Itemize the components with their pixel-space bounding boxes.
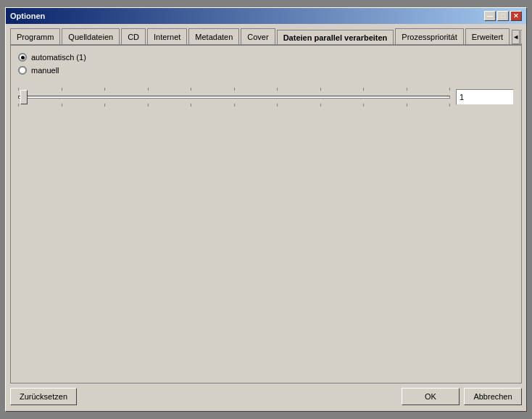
- tick-top-9: [407, 88, 407, 91]
- window-title: Optionen: [10, 12, 45, 20]
- tick-top-0: [18, 88, 19, 91]
- slider-track[interactable]: [18, 96, 450, 99]
- tick-bottom-8: [363, 104, 364, 107]
- radio-manual-button[interactable]: [18, 66, 27, 75]
- button-bar: Zurücksetzen OK Abbrechen: [10, 383, 522, 407]
- options-window: Optionen — □ ✕ Programm Quelldateien CD …: [5, 7, 527, 412]
- slider-container: [18, 86, 450, 108]
- tick-bottom-4: [191, 104, 191, 107]
- tick-bottom-10: [449, 104, 450, 107]
- radio-manual-label: manuell: [31, 66, 59, 75]
- minimize-button[interactable]: —: [484, 11, 496, 21]
- slider-thumb[interactable]: [20, 90, 28, 104]
- window-body: Programm Quelldateien CD Internet Metada…: [6, 24, 526, 411]
- tick-top-1: [62, 88, 62, 91]
- tick-bottom-6: [277, 104, 278, 107]
- maximize-button[interactable]: □: [497, 11, 509, 21]
- tab-cd[interactable]: CD: [121, 28, 146, 44]
- tick-bottom-0: [18, 104, 19, 107]
- title-bar: Optionen — □ ✕: [6, 8, 526, 24]
- tab-scroll-left[interactable]: ◄: [512, 30, 520, 44]
- content-area: automatisch (1) manuell: [10, 46, 522, 383]
- tick-top-10: [449, 88, 450, 91]
- tick-top-5: [234, 88, 235, 91]
- slider-value-input[interactable]: [456, 89, 514, 105]
- tab-internet[interactable]: Internet: [147, 28, 187, 44]
- tick-bottom-9: [407, 104, 407, 107]
- tab-cover[interactable]: Cover: [241, 28, 275, 44]
- tick-top-4: [191, 88, 191, 91]
- tab-scroll-right[interactable]: ►: [520, 30, 522, 44]
- title-bar-controls: — □ ✕: [484, 11, 522, 21]
- radio-group: automatisch (1) manuell: [18, 53, 514, 75]
- right-buttons: OK Abbrechen: [402, 388, 522, 405]
- radio-auto-item[interactable]: automatisch (1): [18, 53, 514, 62]
- radio-auto-label: automatisch (1): [31, 53, 86, 62]
- ok-button[interactable]: OK: [402, 388, 460, 405]
- tab-erweitert[interactable]: Erweitert: [465, 28, 510, 44]
- tick-bottom-3: [148, 104, 149, 107]
- tick-bottom-2: [104, 104, 105, 107]
- tick-bottom-5: [234, 104, 235, 107]
- radio-auto-button[interactable]: [18, 53, 27, 62]
- tab-programm[interactable]: Programm: [10, 28, 60, 44]
- tab-quelldateien[interactable]: Quelldateien: [62, 28, 120, 44]
- tick-top-2: [104, 88, 105, 91]
- tick-top-8: [363, 88, 364, 91]
- tab-prozessprioritat[interactable]: Prozessprioritát: [395, 28, 463, 44]
- tick-bottom-1: [62, 104, 62, 107]
- slider-row: [18, 86, 514, 108]
- tick-top-6: [277, 88, 278, 91]
- tab-metadaten[interactable]: Metadaten: [188, 28, 239, 44]
- radio-manual-item[interactable]: manuell: [18, 66, 514, 75]
- tick-top-7: [320, 88, 321, 91]
- cancel-button[interactable]: Abbrechen: [464, 388, 522, 405]
- tick-top-3: [148, 88, 149, 91]
- close-button[interactable]: ✕: [510, 11, 522, 21]
- tab-dateien[interactable]: Dateien parallel verarbeiten: [277, 30, 394, 46]
- tab-bar: Programm Quelldateien CD Internet Metada…: [10, 28, 522, 46]
- reset-button[interactable]: Zurücksetzen: [10, 388, 77, 405]
- tick-bottom-7: [320, 104, 321, 107]
